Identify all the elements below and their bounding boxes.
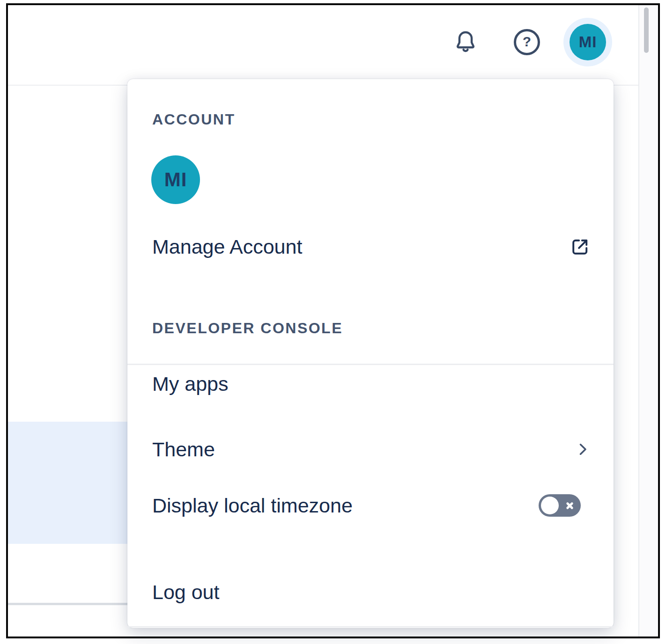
- cross-icon: [565, 501, 574, 510]
- chevron-right-icon: [574, 441, 591, 458]
- menu-item-log-out[interactable]: Log out: [127, 573, 614, 611]
- theme-label: Theme: [152, 437, 215, 461]
- notifications-button[interactable]: [452, 28, 479, 56]
- manage-account-label: Manage Account: [152, 234, 302, 259]
- account-dropdown-menu: ACCOUNT MI Manage Account DEVELOPER CONS…: [127, 79, 614, 628]
- display-local-timezone-label: Display local timezone: [152, 493, 353, 518]
- toggle-knob: [541, 497, 559, 514]
- bell-icon: [452, 28, 479, 55]
- menu-item-display-local-timezone[interactable]: Display local timezone: [127, 487, 614, 524]
- developer-console-section-header: DEVELOPER CONSOLE: [152, 319, 343, 337]
- screen: ? MI ACCOUNT MI Manage Account DEVELOPER…: [0, 0, 666, 644]
- external-link-icon: [569, 236, 591, 258]
- menu-item-theme[interactable]: Theme: [127, 431, 614, 468]
- avatar: MI: [151, 155, 200, 204]
- menu-item-manage-account[interactable]: Manage Account: [127, 228, 614, 265]
- account-section-header: ACCOUNT: [152, 110, 235, 129]
- menu-divider: [127, 626, 614, 628]
- my-apps-label: My apps: [152, 372, 229, 396]
- question-mark-icon: ?: [514, 29, 540, 55]
- scrollbar-track[interactable]: [638, 5, 658, 637]
- user-avatar-button[interactable]: MI: [563, 18, 612, 66]
- scrollbar-thumb[interactable]: [644, 7, 649, 53]
- help-button[interactable]: ?: [513, 29, 540, 56]
- avatar: MI: [570, 24, 606, 60]
- menu-item-my-apps[interactable]: My apps: [127, 365, 614, 402]
- log-out-label: Log out: [152, 580, 219, 604]
- display-local-timezone-toggle[interactable]: [539, 494, 581, 517]
